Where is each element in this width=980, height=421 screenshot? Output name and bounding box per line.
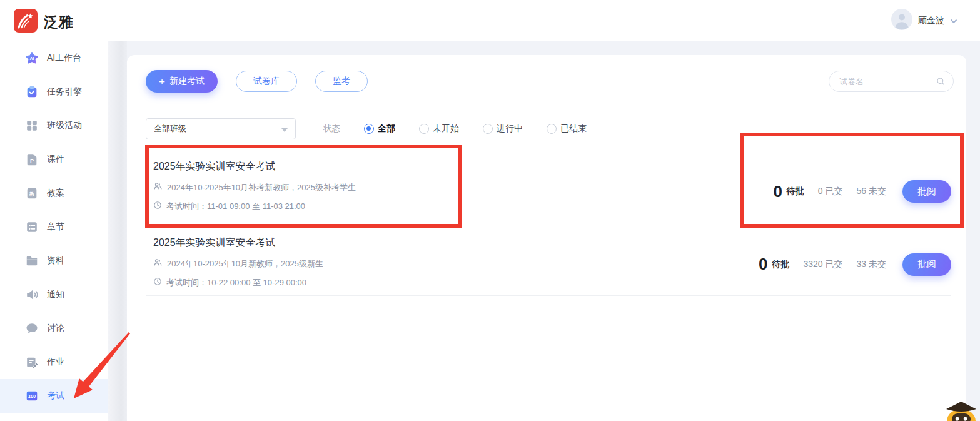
sidebar-gap <box>108 41 127 421</box>
chapters-icon <box>25 220 39 234</box>
ai-workbench-icon: AI <box>25 51 39 65</box>
sidebar-item-label: 通知 <box>47 289 64 300</box>
pending-label: 待批 <box>787 186 804 197</box>
sidebar-nav: AI AI工作台 任务引擎 班级活动 P 课件 教 教案 <box>0 41 108 421</box>
sidebar-item-label: 课件 <box>47 154 64 165</box>
status-radio-all[interactable]: 全部 <box>364 123 395 134</box>
submitted-stat: 3320 已交 <box>803 259 842 270</box>
brand[interactable]: 泛雅 <box>14 9 74 35</box>
not-submitted-stat: 56 未交 <box>857 186 886 197</box>
pending-count: 0 <box>759 255 767 274</box>
dropdown-caret-icon <box>281 128 288 132</box>
materials-icon <box>25 254 39 268</box>
sidebar-item-courseware[interactable]: P 课件 <box>0 143 108 176</box>
brand-name: 泛雅 <box>44 13 74 32</box>
notice-icon <box>25 288 39 302</box>
sidebar-item-task-engine[interactable]: 任务引擎 <box>0 75 108 109</box>
new-exam-button[interactable]: + 新建考试 <box>146 70 218 93</box>
svg-text:AI: AI <box>30 56 34 61</box>
exam-icon: 100 <box>25 389 39 403</box>
app-window: 泛雅 顾金波 AI AI工作台 任务引擎 <box>0 0 980 421</box>
sidebar-item-ai-workbench[interactable]: AI AI工作台 <box>0 41 108 75</box>
exam-list-panel: + 新建考试 试卷库 监考 全部班级 状态 全部 <box>127 55 966 421</box>
status-radio-finished[interactable]: 已结束 <box>547 123 587 134</box>
people-icon <box>153 258 163 270</box>
user-menu[interactable]: 顾金波 <box>891 0 957 41</box>
not-submitted-stat: 33 未交 <box>857 259 886 270</box>
sidebar-item-notice[interactable]: 通知 <box>0 278 108 312</box>
sidebar-item-homework[interactable]: 作业 <box>0 345 108 379</box>
sidebar-item-chapters[interactable]: 章节 <box>0 210 108 244</box>
filter-row: 全部班级 状态 全部 未开始 进行中 已结束 <box>146 118 587 139</box>
sidebar-item-label: AI工作台 <box>47 53 81 64</box>
exam-title[interactable]: 2025年实验实训室安全考试 <box>153 236 323 250</box>
sidebar-item-label: 资料 <box>47 255 64 266</box>
courseware-icon: P <box>25 153 39 166</box>
exam-time: 考试时间：11-01 09:00 至 11-03 21:00 <box>166 201 305 211</box>
search-box <box>829 71 954 92</box>
review-button[interactable]: 批阅 <box>902 253 951 276</box>
status-radio-in-progress[interactable]: 进行中 <box>483 123 523 134</box>
fanya-logo-icon <box>14 9 38 35</box>
clock-icon <box>153 201 162 212</box>
class-filter-dropdown[interactable]: 全部班级 <box>146 118 296 139</box>
submitted-stat: 0 已交 <box>818 186 843 197</box>
radio-label: 全部 <box>378 123 395 134</box>
class-filter-value: 全部班级 <box>154 123 186 134</box>
radio-icon <box>364 124 374 134</box>
exam-classes: 2024年10-2025年10月新教师，2025级新生 <box>167 259 323 269</box>
toolbar: + 新建考试 试卷库 监考 <box>146 70 954 93</box>
new-exam-label: 新建考试 <box>169 76 205 87</box>
sidebar-item-label: 章节 <box>47 221 64 233</box>
task-engine-icon <box>25 85 39 99</box>
svg-text:100: 100 <box>28 393 36 399</box>
exam-classes: 2024年10-2025年10月补考新教师，2025级补考学生 <box>167 183 356 193</box>
exam-row: 2025年实验实训室安全考试 2024年10-2025年10月补考新教师，202… <box>146 150 951 233</box>
radio-label: 进行中 <box>497 123 523 134</box>
sidebar-item-label: 班级活动 <box>47 120 82 131</box>
status-radio-not-started[interactable]: 未开始 <box>419 123 459 134</box>
radio-label: 已结束 <box>560 123 587 134</box>
exam-title[interactable]: 2025年实验实训室安全考试 <box>153 160 356 173</box>
user-name: 顾金波 <box>918 15 944 26</box>
clock-icon <box>153 277 162 288</box>
sidebar-item-label: 任务引擎 <box>47 86 82 98</box>
sidebar-item-label: 讨论 <box>47 323 64 334</box>
people-icon <box>153 181 163 193</box>
search-icon[interactable] <box>936 76 946 89</box>
sidebar-item-lesson-plan[interactable]: 教 教案 <box>0 176 108 210</box>
radio-icon <box>419 124 429 134</box>
review-button[interactable]: 批阅 <box>902 180 951 203</box>
sidebar-item-discussion[interactable]: 讨论 <box>0 312 108 345</box>
svg-text:P: P <box>30 158 34 164</box>
radio-icon <box>547 124 557 134</box>
svg-text:教: 教 <box>29 191 35 197</box>
exam-info: 2025年实验实训室安全考试 2024年10-2025年10月补考新教师，202… <box>153 150 356 212</box>
sidebar-item-label: 教案 <box>47 188 64 199</box>
proctor-button[interactable]: 监考 <box>315 71 368 92</box>
exam-time: 考试时间：10-22 00:00 至 10-29 00:00 <box>166 278 306 288</box>
plus-icon: + <box>159 76 165 87</box>
sidebar-item-materials[interactable]: 资料 <box>0 244 108 278</box>
exam-info: 2025年实验实训室安全考试 2024年10-2025年10月新教师，2025级… <box>153 233 323 288</box>
exam-stats: 0 待批 0 已交 56 未交 批阅 <box>773 150 951 233</box>
search-input[interactable] <box>839 71 939 91</box>
paper-bank-button[interactable]: 试卷库 <box>236 71 297 92</box>
radio-label: 未开始 <box>433 123 459 134</box>
exam-row: 2025年实验实训室安全考试 2024年10-2025年10月新教师，2025级… <box>146 233 951 296</box>
chevron-down-icon <box>950 15 957 26</box>
sidebar-item-class-activity[interactable]: 班级活动 <box>0 109 108 143</box>
sidebar-item-exam[interactable]: 100 考试 <box>0 379 108 413</box>
top-header: 泛雅 顾金波 <box>0 0 980 41</box>
pending-label: 待批 <box>772 259 789 270</box>
homework-icon <box>25 355 39 369</box>
discussion-icon <box>25 322 39 335</box>
radio-icon <box>483 124 493 134</box>
pending-count: 0 <box>773 182 782 201</box>
avatar <box>891 9 912 33</box>
exam-stats: 0 待批 3320 已交 33 未交 批阅 <box>759 233 951 295</box>
sidebar-item-label: 考试 <box>47 390 64 402</box>
status-filter-label: 状态 <box>323 123 340 134</box>
lesson-plan-icon: 教 <box>25 186 39 200</box>
mascot-assistant-icon[interactable] <box>944 401 978 421</box>
